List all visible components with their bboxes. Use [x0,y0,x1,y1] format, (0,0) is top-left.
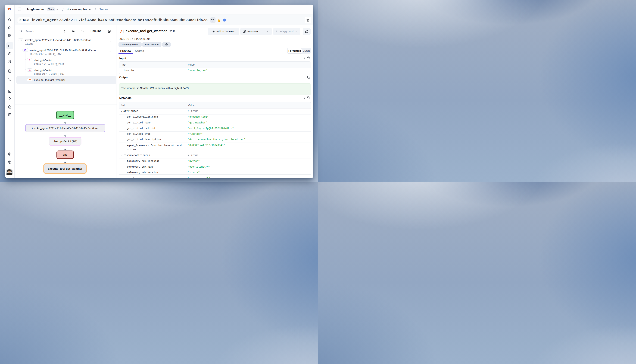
svg-text:chat gpt-5-mini (2/2): chat gpt-5-mini (2/2) [53,140,77,143]
svg-text:__start__: __start__ [59,114,71,116]
svg-text:__end__: __end__ [60,153,71,156]
svg-text:execute_tool get_weather: execute_tool get_weather [48,167,82,170]
svg-text:invoke_agent 232de211-7fcf-45c: invoke_agent 232de211-7fcf-45c8-b415-6af… [32,126,98,130]
